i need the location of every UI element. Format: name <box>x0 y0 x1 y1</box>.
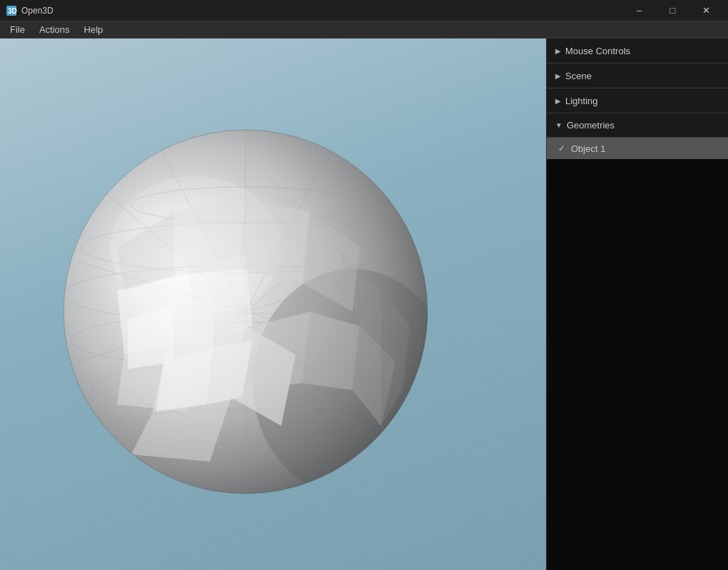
geometries-arrow: ▼ <box>555 121 562 129</box>
geometries-background <box>547 159 728 570</box>
check-icon: ✓ <box>558 143 565 153</box>
svg-text:3D: 3D <box>8 7 17 15</box>
titlebar-left: 3D Open3D <box>6 5 54 16</box>
maximize-button[interactable]: □ <box>657 0 689 21</box>
menu-file[interactable]: File <box>3 23 32 36</box>
mouse-controls-arrow: ▶ <box>555 47 561 55</box>
mouse-controls-section: ▶ Mouse Controls <box>547 39 728 63</box>
mouse-controls-label: Mouse Controls <box>565 46 630 56</box>
svg-marker-31 <box>238 198 310 283</box>
titlebar: 3D Open3D – □ ✕ <box>0 0 728 21</box>
lighting-section: ▶ Lighting <box>547 88 728 113</box>
geometries-label: Geometries <box>567 120 615 131</box>
right-panel: ▶ Mouse Controls ▶ Scene ▶ Lighting ▼ Ge… <box>546 39 728 570</box>
lighting-arrow: ▶ <box>555 97 561 105</box>
geometry-item-object1[interactable]: ✓ Object 1 <box>547 138 728 159</box>
app-icon: 3D <box>6 5 17 16</box>
geometries-header[interactable]: ▼ Geometries <box>547 113 728 138</box>
menu-help[interactable]: Help <box>77 23 111 36</box>
geometries-section: ▼ Geometries ✓ Object 1 <box>547 113 728 570</box>
scene-section: ▶ Scene <box>547 63 728 88</box>
main-area: ▶ Mouse Controls ▶ Scene ▶ Lighting ▼ Ge… <box>0 39 728 570</box>
menu-actions[interactable]: Actions <box>32 23 77 36</box>
lighting-header[interactable]: ▶ Lighting <box>547 88 728 113</box>
close-button[interactable]: ✕ <box>690 0 722 21</box>
geometry-item-label: Object 1 <box>571 143 605 154</box>
scene-label: Scene <box>565 71 592 81</box>
sphere-container <box>46 105 445 504</box>
minimize-button[interactable]: – <box>623 0 655 21</box>
titlebar-controls: – □ ✕ <box>623 0 722 21</box>
mouse-controls-header[interactable]: ▶ Mouse Controls <box>547 39 728 63</box>
3d-viewport[interactable] <box>0 39 546 570</box>
scene-header[interactable]: ▶ Scene <box>547 63 728 88</box>
app-title: Open3D <box>21 6 54 16</box>
scene-arrow: ▶ <box>555 72 561 80</box>
menubar: File Actions Help <box>0 21 728 39</box>
lighting-label: Lighting <box>565 96 598 106</box>
